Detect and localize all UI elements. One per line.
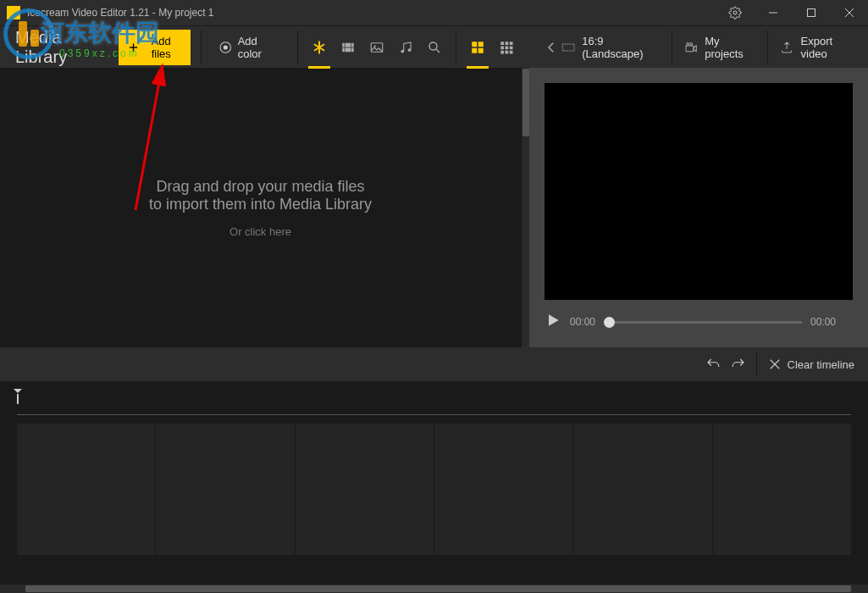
asterisk-icon — [312, 40, 327, 55]
svg-rect-19 — [472, 42, 477, 47]
svg-rect-20 — [478, 42, 484, 47]
play-button[interactable] — [545, 312, 561, 332]
add-files-label: Add files — [141, 35, 180, 60]
preview-canvas — [545, 83, 853, 300]
playhead[interactable] — [17, 394, 19, 404]
plus-icon — [129, 42, 138, 53]
app-icon — [7, 6, 20, 19]
play-icon — [545, 312, 561, 329]
collapse-library-button[interactable] — [541, 36, 561, 58]
my-projects-button[interactable]: My projects — [684, 35, 755, 60]
clear-timeline-button[interactable]: Clear timeline — [767, 357, 854, 372]
svg-point-34 — [687, 42, 689, 45]
my-projects-label: My projects — [705, 35, 755, 60]
svg-rect-21 — [472, 47, 477, 53]
svg-point-16 — [408, 48, 412, 52]
timeline-scrollbar[interactable] — [0, 585, 868, 593]
settings-button[interactable] — [716, 0, 754, 25]
x-icon — [767, 357, 782, 372]
svg-rect-22 — [478, 47, 484, 53]
maximize-icon — [806, 8, 816, 18]
timeline-area[interactable] — [0, 381, 868, 593]
drop-hint-line2: to import them into Media Library — [149, 196, 372, 213]
total-time: 00:00 — [810, 316, 836, 328]
svg-point-15 — [401, 49, 405, 53]
clip-slot[interactable] — [434, 424, 572, 555]
svg-rect-32 — [562, 43, 574, 50]
svg-rect-26 — [500, 46, 504, 49]
media-drop-zone[interactable]: Drag and drop your media files to import… — [0, 68, 521, 347]
filter-image-button[interactable] — [366, 36, 388, 58]
filter-audio-button[interactable] — [395, 36, 417, 58]
toolbar-divider — [456, 30, 456, 64]
clip-slot[interactable] — [573, 424, 711, 555]
clip-slot[interactable] — [713, 424, 851, 555]
svg-point-17 — [429, 42, 437, 50]
undo-icon — [705, 357, 721, 372]
section-title: Media Library — [15, 28, 110, 67]
clip-slot[interactable] — [156, 424, 294, 555]
film-icon — [340, 40, 356, 55]
gear-icon — [728, 6, 742, 19]
seek-handle[interactable] — [604, 317, 615, 328]
clear-timeline-label: Clear timeline — [788, 358, 854, 371]
toolbar-divider — [672, 30, 672, 64]
svg-rect-23 — [500, 42, 504, 45]
drop-hint-line3: Or click here — [229, 225, 291, 238]
clip-slot[interactable] — [296, 424, 434, 555]
aspect-ratio-icon — [561, 40, 575, 55]
svg-rect-25 — [510, 42, 513, 45]
svg-rect-24 — [506, 42, 509, 45]
export-icon — [780, 40, 793, 55]
svg-rect-31 — [510, 50, 513, 53]
toolbar-divider — [297, 30, 298, 64]
add-files-button[interactable]: Add files — [119, 30, 191, 65]
drop-hint-line1: Drag and drop your media files — [156, 178, 364, 196]
close-button[interactable] — [830, 0, 868, 25]
add-color-label: Add color — [238, 35, 281, 60]
close-icon — [844, 8, 854, 18]
image-icon — [369, 40, 384, 55]
camera-icon — [684, 40, 698, 55]
timeline-ruler[interactable] — [17, 398, 851, 415]
music-icon — [398, 40, 413, 55]
view-list-button[interactable] — [495, 36, 517, 58]
redo-icon — [731, 357, 746, 372]
grid-large-icon — [470, 40, 485, 55]
filter-video-button[interactable] — [337, 36, 359, 58]
svg-rect-30 — [506, 50, 509, 53]
seek-bar[interactable] — [604, 321, 802, 324]
grid-small-icon — [499, 40, 514, 55]
add-color-button[interactable]: Add color — [212, 30, 287, 65]
svg-rect-29 — [500, 50, 504, 53]
minimize-button[interactable] — [754, 0, 792, 25]
minimize-icon — [768, 8, 778, 18]
current-time: 00:00 — [570, 316, 595, 328]
chevron-left-icon — [544, 40, 559, 55]
search-button[interactable] — [423, 36, 445, 58]
undo-button[interactable] — [705, 357, 721, 372]
window-title: Icecream Video Editor 1.21 - My project … — [27, 7, 716, 19]
export-video-label: Export video — [801, 35, 856, 60]
svg-point-0 — [733, 11, 737, 14]
toolbar-divider — [756, 352, 757, 376]
svg-point-8 — [224, 45, 227, 48]
library-scrollbar[interactable] — [521, 68, 529, 347]
clip-slot[interactable] — [17, 424, 155, 555]
export-video-button[interactable]: Export video — [780, 35, 856, 60]
redo-button[interactable] — [731, 357, 746, 372]
aspect-ratio-label: 16:9 (Landscape) — [582, 35, 660, 60]
svg-rect-2 — [807, 9, 815, 17]
svg-line-18 — [436, 49, 440, 53]
aspect-ratio-button[interactable]: 16:9 (Landscape) — [561, 35, 660, 60]
svg-rect-27 — [506, 46, 509, 49]
toolbar-divider — [201, 30, 202, 64]
color-wheel-icon — [218, 40, 233, 55]
filter-all-button[interactable] — [308, 36, 330, 58]
maximize-button[interactable] — [792, 0, 830, 25]
view-grid-button[interactable] — [467, 36, 489, 58]
search-icon — [427, 40, 442, 55]
svg-point-35 — [690, 42, 693, 45]
toolbar-divider — [767, 30, 768, 64]
svg-rect-33 — [686, 45, 694, 51]
